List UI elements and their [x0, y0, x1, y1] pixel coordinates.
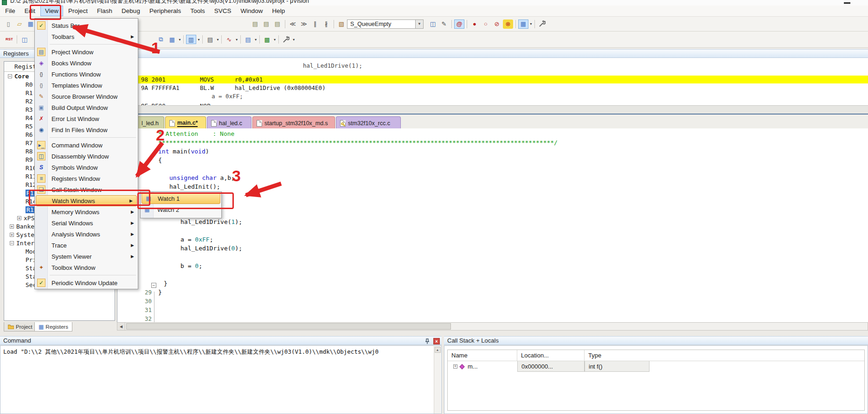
expand-icon[interactable]: + [10, 224, 14, 229]
command-window[interactable]: Load "D:\\2 其他\\2021年项目\\单片机培训\\项目\\报警主机… [0, 345, 442, 414]
memory-dropdown-icon[interactable]: ▼ [197, 38, 200, 41]
bookmark-prev-icon[interactable]: ▤ [261, 19, 271, 29]
system-viewer-dropdown-icon[interactable]: ▼ [254, 38, 257, 41]
toolbox-dropdown-icon[interactable]: ▼ [273, 38, 276, 41]
toolbox-window-icon[interactable]: ▩ [262, 35, 272, 44]
menubar-item-project[interactable]: Project [64, 6, 92, 16]
comment-icon[interactable]: ∥ [310, 19, 320, 29]
view-menu-item-templates-window[interactable]: {}Templates Window [35, 80, 138, 91]
menubar-item-svcs[interactable]: SVCS [210, 6, 236, 16]
bookmark-next-icon[interactable]: ▤ [272, 19, 283, 29]
view-menu-item-command-window[interactable]: ▸_Command Window [35, 140, 138, 151]
disassembly-splitter[interactable] [117, 105, 868, 114]
file-tab-startup_stm32f10x_md.s[interactable]: startup_stm32f10x_md.s [252, 116, 335, 129]
close-icon[interactable]: × [433, 338, 440, 344]
collapse-icon[interactable]: − [8, 74, 12, 78]
registers-bottom-tab[interactable]: ▦ Registers [34, 322, 72, 331]
scroll-up-icon[interactable]: ▲ [435, 347, 441, 353]
command-scrollbar[interactable]: ▲ [434, 346, 441, 414]
pin-icon[interactable] [424, 338, 431, 344]
analysis-window-icon[interactable]: ∿ [224, 35, 234, 44]
menubar-item-help[interactable]: Help [268, 6, 289, 16]
watch-expression-combo[interactable]: S_QueueEmpty [347, 19, 416, 29]
configure-tools-icon[interactable] [537, 19, 547, 29]
minimize-icon[interactable] [844, 2, 850, 4]
window-layout-icon[interactable]: ▦ [518, 19, 528, 29]
disable-breakpoint-icon[interactable]: ○ [481, 19, 491, 29]
view-menu-item-project-window[interactable]: ▤Project Window [35, 46, 138, 57]
disassembly-window[interactable]: hal_Led1Drive(1);98 2001MOVSr0,#0x019A F… [117, 58, 868, 105]
serial-window-icon[interactable]: ▤ [205, 35, 215, 44]
callstack-location-cell[interactable]: 0x000000... [517, 361, 585, 372]
breakpoint-icon[interactable]: ● [469, 19, 480, 29]
column-name[interactable]: Name [448, 350, 517, 361]
expand-icon[interactable]: + [17, 216, 21, 220]
menubar-item-file[interactable]: File [1, 6, 19, 16]
view-menu-item-build-output-window[interactable]: ▣Build Output Window [35, 102, 138, 113]
view-menu-item-toolbox-window[interactable]: ✦Toolbox Window [35, 262, 138, 273]
scrollbar-thumb[interactable] [126, 323, 451, 330]
memory-window-icon[interactable]: ▥ [186, 35, 196, 44]
callstack-table[interactable]: Name Location... Type + m... 0x000000...… [447, 350, 865, 411]
view-menu-item-registers-window[interactable]: ≡Registers Window [35, 173, 138, 184]
system-viewer-icon[interactable]: ▤ [243, 35, 253, 44]
view-menu-item-find-in-files-window[interactable]: ◉Find In Files Window [35, 124, 138, 135]
code-editor[interactable]: − * Attention : None********************… [117, 128, 868, 322]
view-menu-item-error-list-window[interactable]: ✗Error List Window [35, 113, 138, 124]
view-menu-item-source-browser-window[interactable]: ✎Source Browser Window [35, 91, 138, 102]
watch-window-icon[interactable]: ▦ [167, 35, 177, 44]
view-menu-item-serial-windows[interactable]: Serial Windows▶ [35, 217, 138, 229]
view-menu-item-books-window[interactable]: ◈Books Window [35, 57, 138, 69]
find-in-files-icon[interactable]: ▧ [336, 19, 347, 29]
serial-dropdown-icon[interactable]: ▼ [216, 38, 219, 41]
indent-icon[interactable]: ≫ [299, 19, 309, 29]
expand-icon[interactable]: + [453, 364, 457, 369]
view-menu-item-functions-window[interactable]: {}Functions Window [35, 69, 138, 80]
view-menu-item-trace[interactable]: Trace▶ [35, 240, 138, 251]
step-icon[interactable]: ◫ [19, 35, 30, 44]
kill-all-breakpoints-icon[interactable]: ⊗ [503, 19, 513, 29]
reset-icon[interactable]: RST [4, 35, 14, 44]
view-menu-item-toolbars[interactable]: Toolbars▶ [35, 31, 138, 42]
disable-all-breakpoints-icon[interactable]: ⊘ [492, 19, 502, 29]
open-file-icon[interactable]: ▱ [14, 19, 25, 29]
menubar-item-flash[interactable]: Flash [93, 6, 116, 16]
tools-dropdown-icon[interactable]: ▼ [292, 38, 296, 41]
view-menu-item-periodic-window-update[interactable]: ✓Periodic Window Update [35, 277, 138, 288]
new-file-icon[interactable]: ▯ [3, 19, 13, 29]
menubar-item-debug[interactable]: Debug [117, 6, 144, 16]
column-location[interactable]: Location... [517, 350, 585, 361]
unindent-icon[interactable]: ≪ [288, 19, 298, 29]
callstack-type-cell[interactable]: int f() [585, 361, 649, 372]
callstack-row[interactable]: + m... 0x000000... int f() [448, 361, 864, 372]
run-to-line-icon[interactable]: ✎ [439, 19, 449, 29]
view-menu-item-memory-windows[interactable]: Memory Windows▶ [35, 206, 138, 217]
view-menu-item-disassembly-window[interactable]: ◫Disassembly Window [35, 151, 138, 162]
expand-icon[interactable]: + [10, 233, 14, 237]
project-bottom-tab[interactable]: Project [4, 322, 37, 331]
analysis-dropdown-icon[interactable]: ▼ [235, 38, 238, 41]
file-tab-main.c[interactable]: main.c* [165, 116, 206, 129]
view-menu-item-analysis-windows[interactable]: Analysis Windows▶ [35, 229, 138, 240]
menubar-item-tools[interactable]: Tools [186, 6, 209, 16]
debug-session-icon[interactable]: @ [454, 19, 464, 29]
file-tab-stm32f10x_rcc.c[interactable]: stm32f10x_rcc.c [336, 116, 401, 129]
menubar-item-peripherals[interactable]: Peripherals [145, 6, 185, 16]
find-doc-icon[interactable]: ◫ [428, 19, 438, 29]
watch-dropdown-icon[interactable]: ▼ [178, 38, 181, 41]
combo-dropdown-icon[interactable]: ▼ [416, 19, 424, 29]
view-menu-item-status-bar[interactable]: ✓Status Bar [35, 20, 138, 31]
editor-horizontal-scrollbar[interactable]: ◀ [117, 322, 868, 331]
callstack-name-cell[interactable]: + m... [448, 361, 517, 372]
debug-tools-icon[interactable] [281, 35, 291, 44]
layout-dropdown-icon[interactable]: ▼ [529, 22, 533, 25]
view-menu-item-symbols-window[interactable]: SSymbols Window [35, 162, 138, 173]
scroll-left-icon[interactable]: ◀ [117, 323, 125, 330]
collapse-icon[interactable]: − [10, 241, 14, 245]
fold-collapse-icon[interactable]: − [151, 283, 156, 288]
bookmark-icon[interactable]: ▤ [250, 19, 260, 29]
menubar-item-window[interactable]: Window [236, 6, 267, 16]
column-type[interactable]: Type [585, 350, 649, 361]
file-tab-hal_led.c[interactable]: hal_led.c [207, 116, 251, 129]
view-menu-item-system-viewer[interactable]: System Viewer▶ [35, 251, 138, 262]
